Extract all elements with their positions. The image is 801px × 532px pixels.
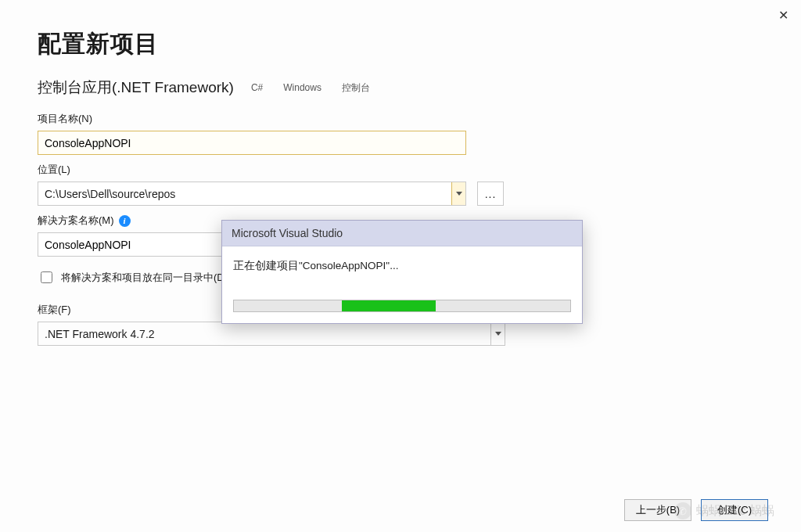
progress-dialog: Microsoft Visual Studio 正在创建项目"ConsoleAp… [221,220,583,324]
framework-value: .NET Framework 4.7.2 [38,325,490,343]
chevron-down-icon [456,192,462,196]
project-type-row: 控制台应用(.NET Framework) C# Windows 控制台 [38,77,763,98]
location-dropdown-button[interactable] [451,182,465,205]
location-label: 位置(L) [38,163,763,177]
framework-dropdown-button[interactable] [490,322,505,345]
close-button[interactable]: ✕ [778,8,788,23]
framework-combobox[interactable]: .NET Framework 4.7.2 [38,322,505,346]
create-button[interactable]: 创建(C) [701,499,768,521]
wizard-buttons: 上一步(B) 创建(C) [624,499,768,521]
project-tag: C# [248,81,266,95]
progress-bar [233,300,571,312]
chevron-down-icon [495,332,501,336]
project-tag: 控制台 [339,80,373,96]
progress-dialog-title: Microsoft Visual Studio [222,221,582,246]
progress-dialog-body: 正在创建项目"ConsoleAppNOPI"... [222,246,582,323]
location-value: C:\Users\Dell\source\repos [38,185,451,203]
solution-name-label-text: 解决方案名称(M) [38,214,114,228]
project-name-input[interactable] [38,131,466,155]
progress-dialog-message: 正在创建项目"ConsoleAppNOPI"... [233,259,571,273]
page-title: 配置新项目 [38,28,763,60]
back-button[interactable]: 上一步(B) [624,499,691,521]
browse-location-button[interactable]: ... [477,182,504,206]
project-name-label: 项目名称(N) [38,112,763,126]
progress-bar-fill [342,300,436,311]
same-directory-label: 将解决方案和项目放在同一目录中(D) [61,271,228,285]
configure-project-wizard: ✕ 配置新项目 控制台应用(.NET Framework) C# Windows… [0,0,801,532]
location-combobox[interactable]: C:\Users\Dell\source\repos [38,182,466,206]
project-tag: Windows [280,81,325,95]
info-icon[interactable]: i [119,215,131,227]
project-type-title: 控制台应用(.NET Framework) [38,77,234,98]
same-directory-checkbox[interactable] [41,271,52,283]
